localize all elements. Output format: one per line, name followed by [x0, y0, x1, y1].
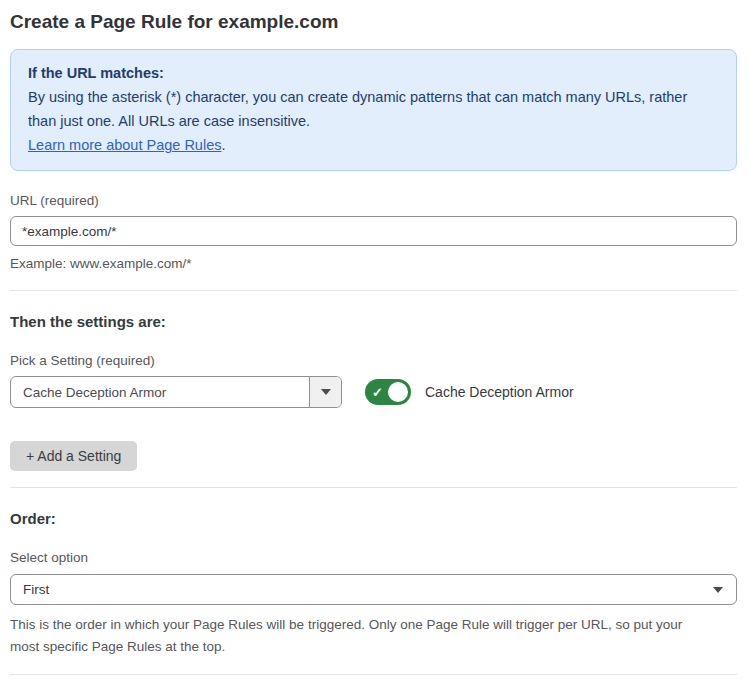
cache-deception-armor-toggle[interactable]: ✓ — [365, 379, 411, 405]
info-box-heading: If the URL matches: — [28, 61, 719, 85]
chevron-down-icon — [321, 389, 331, 395]
order-select-value: First — [23, 582, 49, 597]
setting-row: Cache Deception Armor ✓ Cache Deception … — [10, 376, 737, 408]
divider — [10, 674, 737, 675]
info-box-body: By using the asterisk (*) character, you… — [28, 85, 719, 133]
setting-select-value: Cache Deception Armor — [11, 377, 309, 407]
chevron-down-icon — [713, 587, 723, 593]
order-helper-text: This is the order in which your Page Rul… — [10, 614, 710, 658]
setting-select-arrow-button[interactable] — [309, 377, 341, 407]
setting-select[interactable]: Cache Deception Armor — [10, 376, 342, 408]
check-icon: ✓ — [372, 386, 383, 399]
divider — [10, 290, 737, 291]
create-page-rule-form: Create a Page Rule for example.com If th… — [0, 0, 750, 679]
order-section-heading: Order: — [10, 510, 737, 528]
add-setting-button[interactable]: + Add a Setting — [10, 441, 137, 471]
url-field-label: URL (required) — [10, 193, 737, 209]
order-select-label: Select option — [10, 550, 737, 566]
toggle-knob — [386, 380, 410, 404]
learn-more-link[interactable]: Learn more about Page Rules — [28, 137, 221, 153]
pick-setting-label: Pick a Setting (required) — [10, 353, 737, 369]
order-select[interactable]: First — [10, 574, 737, 605]
url-match-info-box: If the URL matches: By using the asteris… — [10, 49, 737, 171]
page-title: Create a Page Rule for example.com — [10, 10, 737, 33]
settings-section-heading: Then the settings are: — [10, 313, 737, 331]
link-suffix: . — [221, 137, 225, 153]
info-box-link-line: Learn more about Page Rules. — [28, 133, 719, 157]
divider — [10, 487, 737, 488]
url-input[interactable] — [10, 216, 737, 246]
url-field-helper: Example: www.example.com/* — [10, 254, 737, 274]
toggle-label: Cache Deception Armor — [425, 384, 574, 400]
